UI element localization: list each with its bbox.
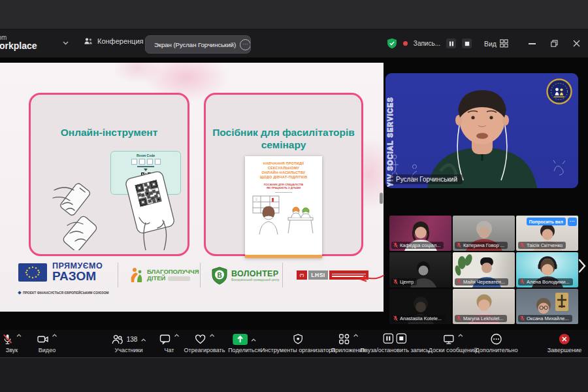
react-options-chevron-icon[interactable]: [209, 334, 214, 337]
window-restore-icon[interactable]: [551, 40, 558, 47]
lhsi-name: LHSI: [308, 270, 328, 280]
view-button[interactable]: Вид: [484, 39, 508, 48]
muted-mic-icon: [457, 279, 461, 285]
participant-name-badge: Оксана Михайле...: [518, 315, 572, 322]
volunteer-initial: В: [217, 272, 221, 279]
share-options-chevron-icon[interactable]: [251, 338, 256, 342]
participants-options-chevron-icon[interactable]: [140, 338, 146, 342]
toolbar-host-tools-button[interactable]: Инструменты организатора: [261, 333, 336, 353]
wellbeing-figures-icon: [129, 267, 144, 284]
toolbar-chat-button[interactable]: Чат: [159, 333, 180, 353]
muted-mic-icon: [520, 242, 525, 248]
booklet-title: НАВЧАННЯ ПРОТИДІЇ СЕКСУАЛЬНОМУ ОНЛАЙН-НА…: [260, 161, 308, 180]
apps-icon: [338, 333, 350, 345]
participant-tile[interactable]: Оксана Михайле...: [516, 289, 578, 324]
volunteer-name: ВОЛОНТЕР: [231, 270, 279, 278]
participant-name-badge: Катерина Говор ...: [455, 242, 508, 249]
desktop-top-strip: [0, 0, 588, 29]
toolbar-share-button[interactable]: Поделиться: [228, 333, 261, 353]
participant-tile[interactable]: Maryna Lekholet...: [453, 289, 515, 324]
participant-name-badge: Anastasiia Kotele...: [391, 315, 445, 322]
participant-tile[interactable]: Катерина Говор ...: [453, 216, 515, 251]
recording-stop-button[interactable]: [462, 39, 472, 48]
chat-options-chevron-icon[interactable]: [174, 334, 180, 337]
stop-recording-icon[interactable]: [396, 333, 406, 344]
toolbar-participants-button[interactable]: 138 Участники: [112, 333, 146, 353]
participant-tile[interactable]: Anastasiia Kotele...: [389, 289, 451, 324]
slide-card-online-tool: Онлайн-інструмент Room Code: [29, 93, 189, 256]
booklet-divider: [275, 192, 292, 193]
toolbar-whiteboards-button[interactable]: Доски сообщений: [429, 333, 477, 353]
participant-tile[interactable]: Центр: [389, 252, 451, 287]
recording-label: Запись...: [414, 40, 440, 47]
next-participants-page-chevron-icon[interactable]: [578, 259, 586, 273]
participant-tile[interactable]: Кафедра соціал...: [389, 216, 451, 251]
pause-recording-icon[interactable]: [383, 333, 393, 344]
desktop-bottom-strip: [0, 357, 588, 392]
workplace-logo-text: Workplace: [0, 41, 37, 51]
meeting-main-area: Онлайн-інструмент Room Code: [0, 57, 588, 330]
audio-options-chevron-icon[interactable]: [16, 334, 22, 337]
participants-count: 138: [127, 336, 138, 343]
participant-name-badge: Центр: [391, 278, 417, 286]
workspace-chevron-down-icon[interactable]: [63, 41, 69, 45]
microphone-muted-icon: [2, 333, 13, 345]
tab-options-ellipsis-icon[interactable]: ···: [240, 39, 251, 50]
logo-divider: [282, 263, 283, 287]
tab-shared-screen[interactable]: Экран (Руслан Горчинський) ···: [145, 35, 251, 54]
toolbar-end-button[interactable]: Завершение: [547, 333, 581, 353]
recording-pause-button[interactable]: [446, 39, 456, 48]
whiteboards-options-chevron-icon[interactable]: [458, 334, 463, 337]
participant-name-badge: Майя Череватен...: [455, 278, 508, 286]
participant-tile[interactable]: Попросить вкл ··· Таісія Скітченко: [516, 216, 578, 251]
toolbar-video-button[interactable]: Видео: [37, 333, 57, 353]
tab-meeting[interactable]: Конференция: [84, 37, 143, 45]
toolbar-audio-button[interactable]: Звук: [2, 333, 22, 353]
wellbeing-small-text-placeholder: [168, 276, 190, 281]
end-call-icon: [559, 333, 570, 345]
shield-icon: [292, 333, 303, 345]
eu-flag-icon: [18, 263, 47, 282]
toolbar-pause-stop-recording-button[interactable]: Пауза/остановить запись: [360, 333, 429, 353]
child-wellbeing-logo: БЛАГОПОЛУЧЧЯ ДІТЕЙ: [129, 267, 199, 284]
muted-mic-icon: [520, 316, 525, 321]
video-options-chevron-icon[interactable]: [52, 334, 57, 337]
window-close-icon[interactable]: [573, 40, 580, 47]
ask-to-unmute-button[interactable]: Попросить вкл: [527, 218, 566, 225]
participant-more-button[interactable]: ···: [568, 218, 577, 226]
hands-phones-drawing: [36, 150, 182, 250]
zoom-window: zoom Workplace Конференция Экран (Руслан…: [0, 0, 588, 392]
view-grid-icon: [500, 39, 508, 48]
participant-name-badge: Таісія Скітченко: [518, 242, 566, 249]
red-arrow-annotation: [358, 273, 385, 284]
eu-project-logo: ПРЯМУЄМО РАЗОМ: [18, 263, 103, 282]
participant-name-badge: Maryna Lekholet...: [455, 315, 507, 322]
toolbar-react-button[interactable]: Отреагировать: [184, 333, 225, 353]
security-shield-check-icon[interactable]: [387, 38, 397, 49]
booklet-cover: НАВЧАННЯ ПРОТИДІЇ СЕКСУАЛЬНОМУ ОНЛАЙН-НА…: [245, 156, 322, 258]
muted-mic-icon: [520, 279, 525, 285]
wellbeing-name-line2: ДІТЕЙ: [147, 274, 165, 282]
chat-bubble-icon: [159, 333, 171, 345]
titlebar-right-controls: Запись... Вид: [387, 29, 580, 57]
video-camera-icon: [37, 333, 49, 345]
apps-options-chevron-icon[interactable]: [353, 334, 359, 337]
muted-mic-icon: [457, 316, 461, 321]
zoom-workplace-logo: zoom Workplace: [0, 34, 37, 51]
participant-tile[interactable]: Майя Череватен...: [453, 252, 515, 287]
panel-resize-handle[interactable]: [380, 193, 383, 204]
participant-tile[interactable]: Алена Володими...: [516, 252, 578, 287]
toolbar-more-button[interactable]: Дополнительно: [476, 333, 518, 353]
muted-mic-icon: [457, 242, 461, 248]
whiteboard-icon: [443, 333, 455, 345]
muted-mic-icon: [393, 279, 398, 285]
eu-project-name-line2: РАЗОМ: [52, 270, 103, 282]
muted-mic-icon: [393, 242, 398, 248]
booklet-classroom-drawing: [250, 194, 317, 235]
qr-hands-illustration: Room Code: [36, 150, 182, 250]
participant-name-badge: Алена Володими...: [518, 278, 573, 286]
shared-screen-tab-label: Экран (Руслан Горчинський): [154, 41, 236, 48]
speaker-video-tile[interactable]: YIV SOCIAL SERVICES: [385, 73, 578, 188]
window-minimize-icon[interactable]: [529, 43, 536, 44]
heart-icon: [194, 333, 206, 345]
